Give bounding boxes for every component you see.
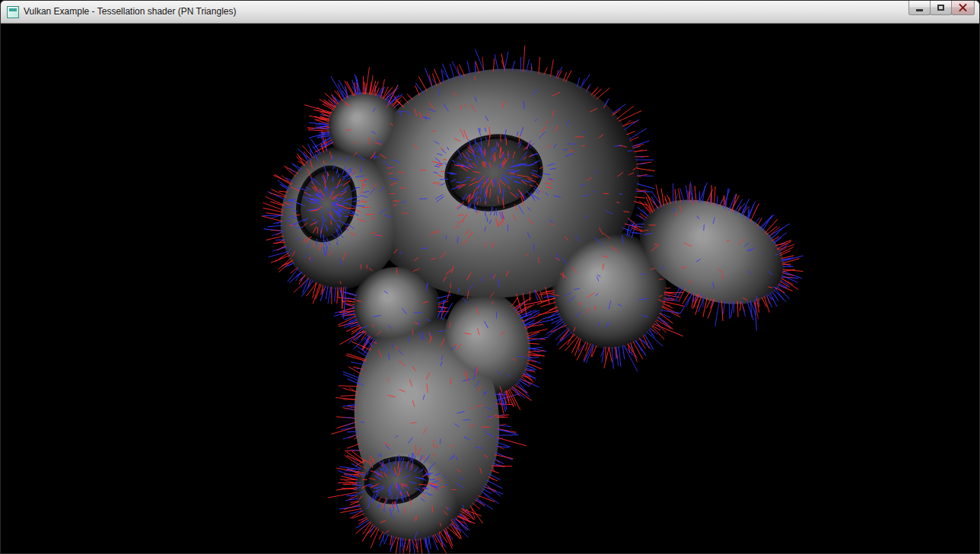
window-title: Vulkan Example - Tessellation shader (PN… bbox=[24, 1, 236, 23]
maximize-button[interactable] bbox=[930, 1, 952, 15]
minimize-button[interactable] bbox=[908, 1, 931, 15]
window-controls bbox=[909, 1, 975, 15]
titlebar[interactable]: Vulkan Example - Tessellation shader (PN… bbox=[1, 1, 979, 24]
app-icon bbox=[7, 6, 19, 18]
3d-viewport[interactable] bbox=[1, 24, 979, 553]
close-icon bbox=[958, 3, 968, 13]
close-button[interactable] bbox=[951, 1, 975, 15]
maximize-icon bbox=[937, 5, 944, 11]
app-window: Vulkan Example - Tessellation shader (PN… bbox=[0, 0, 980, 554]
minimize-icon bbox=[916, 9, 923, 11]
